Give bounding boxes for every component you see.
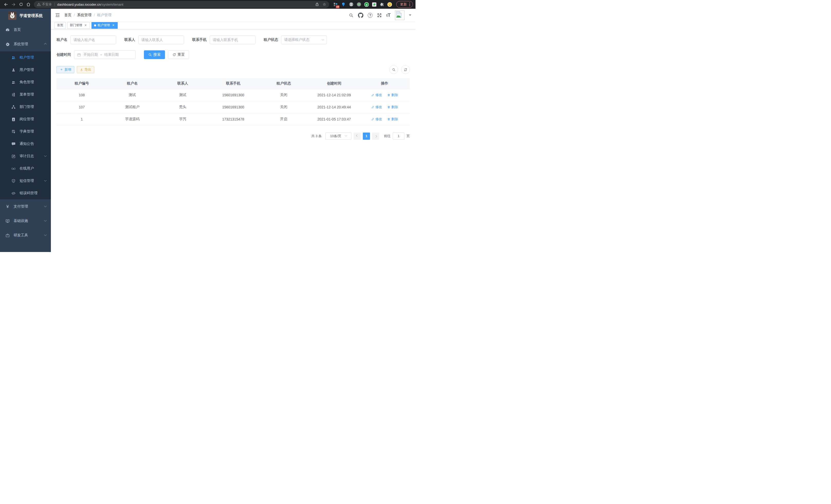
status-select[interactable]: 请选择租户状态	[281, 35, 327, 44]
sidebar-item-departments[interactable]: 部门管理	[0, 101, 51, 113]
extension-chat-icon[interactable]	[372, 2, 377, 7]
sidebar-item-sms[interactable]: 短信管理	[0, 175, 51, 187]
refresh-table-button[interactable]	[401, 65, 410, 74]
col-tenant-id: 租户编号	[57, 78, 107, 89]
sidebar-item-menus[interactable]: 菜单管理	[0, 88, 51, 101]
tag-close-icon[interactable]: ✕	[84, 24, 87, 27]
contact-input[interactable]	[141, 38, 181, 42]
sidebar-item-label: 字典管理	[20, 129, 34, 134]
security-chip[interactable]: 不安全	[37, 2, 52, 7]
sidebar-item-users[interactable]: 用户管理	[0, 64, 51, 76]
browser-reload-icon[interactable]	[18, 1, 24, 8]
tag-home[interactable]: 首页	[55, 22, 66, 29]
search-button[interactable]: 搜索	[144, 50, 165, 59]
sidebar-logo-row[interactable]: 芋道管理系统	[0, 9, 51, 23]
profile-avatar-icon[interactable]	[387, 2, 392, 7]
goto-page-input[interactable]	[393, 132, 404, 140]
extension-tabs-icon[interactable]: 10	[333, 2, 338, 7]
tenant-name-input[interactable]	[74, 38, 113, 42]
cell-created: 2021-12-14 21:02:09	[309, 89, 359, 101]
browser-menu-kebab-icon[interactable]	[409, 3, 410, 6]
chevron-right-icon	[374, 135, 377, 138]
extensions-puzzle-icon[interactable]	[379, 2, 384, 7]
edit-link[interactable]: 修改	[371, 105, 382, 110]
sidebar-item-posts[interactable]: 岗位管理	[0, 113, 51, 125]
sidebar-item-dict[interactable]: 字典管理	[0, 125, 51, 138]
breadcrumb-home[interactable]: 首页	[64, 13, 71, 18]
help-icon[interactable]: ?	[368, 13, 373, 18]
sidebar-item-notice[interactable]: 通知公告	[0, 138, 51, 150]
edit-link[interactable]: 修改	[371, 93, 382, 97]
bookmark-star-icon[interactable]: ☆	[323, 2, 326, 7]
tag-close-icon[interactable]: ✕	[112, 24, 115, 27]
sidebar-item-system[interactable]: 系统管理	[0, 37, 51, 51]
fullscreen-icon[interactable]	[377, 13, 382, 18]
tag-tenant[interactable]: 租户管理 ✕	[91, 22, 118, 29]
download-icon	[80, 68, 83, 71]
cell-tenant-id: 108	[57, 89, 107, 101]
tag-label: 部门管理	[70, 23, 82, 28]
filter-phone: 联系手机	[192, 35, 255, 44]
extension-record-icon[interactable]	[356, 2, 361, 7]
sidebar-item-label: 首页	[13, 28, 21, 32]
infra-monitor-icon	[5, 219, 10, 223]
cell-created: 2021-12-14 20:49:44	[309, 101, 359, 113]
sidebar-item-home[interactable]: 首页	[0, 23, 51, 37]
prev-page-button[interactable]	[353, 132, 361, 140]
sidebar-collapse-icon[interactable]	[51, 12, 64, 18]
delete-link[interactable]: 删除	[387, 117, 398, 121]
sidebar-item-label: 基础设施	[13, 218, 28, 223]
navbar: 首页 / 系统管理 / 租户管理 ? tT	[51, 9, 416, 22]
font-size-icon[interactable]: tT	[386, 12, 391, 18]
browser-update-button[interactable]: 更新	[396, 1, 413, 8]
next-page-button[interactable]	[372, 132, 379, 140]
tag-dept[interactable]: 部门管理 ✕	[67, 22, 90, 29]
browser-home-icon[interactable]	[25, 1, 32, 8]
date-separator: -	[101, 53, 102, 57]
update-label: 更新	[400, 2, 407, 7]
extension-y-icon[interactable]: y	[364, 2, 369, 7]
github-icon[interactable]	[358, 12, 363, 18]
user-avatar[interactable]	[395, 10, 404, 20]
chevron-up-icon	[44, 43, 47, 46]
sidebar-item-tenant[interactable]: 租户管理	[0, 51, 51, 64]
table-tools	[389, 65, 410, 74]
export-button[interactable]: 导出	[77, 66, 94, 73]
date-end-placeholder: 结束日期	[104, 52, 119, 57]
warning-triangle-icon	[37, 3, 40, 6]
sidebar-item-infra[interactable]: 基础设施	[0, 214, 51, 228]
phone-input[interactable]	[213, 38, 252, 42]
header-search-icon[interactable]	[349, 13, 353, 18]
browser-forward-icon[interactable]	[10, 1, 17, 8]
sidebar-item-devtools[interactable]: 研发工具	[0, 228, 51, 242]
date-range-input[interactable]: 开始日期 - 结束日期	[74, 50, 136, 59]
share-icon[interactable]	[315, 2, 319, 6]
edit-pencil-icon	[371, 118, 374, 121]
col-actions: 操作	[360, 78, 410, 89]
sidebar-item-payment[interactable]: ¥ 支付管理	[0, 199, 51, 214]
sidebar-item-label: 支付管理	[13, 204, 28, 209]
page-size-select[interactable]: 10条/页	[325, 132, 351, 140]
url-bar[interactable]: 不安全 dashboard.yudao.iocoder.cn/system/te…	[34, 1, 329, 8]
reset-button[interactable]: 重置	[168, 50, 189, 59]
browser-back-icon[interactable]	[3, 1, 9, 8]
table-row: 1 芋道源码 芋艿 17321315478 开启 2021-01-05 17:0…	[57, 113, 410, 125]
toggle-search-button[interactable]	[389, 65, 398, 74]
sidebar-item-online-users[interactable]: 在线用户	[0, 162, 51, 175]
gear-icon	[5, 42, 10, 47]
add-button[interactable]: ＋ 新增	[57, 66, 74, 73]
trash-icon	[387, 106, 390, 109]
sidebar-item-audit-log[interactable]: 审计日志	[0, 150, 51, 162]
edit-pencil-icon	[371, 93, 374, 97]
breadcrumb-section[interactable]: 系统管理	[77, 13, 91, 18]
delete-link[interactable]: 删除	[387, 105, 398, 110]
trash-icon	[387, 118, 390, 121]
delete-link[interactable]: 删除	[387, 93, 398, 97]
avatar-caret-icon[interactable]	[409, 14, 411, 16]
page-number-1[interactable]: 1	[363, 132, 370, 140]
edit-link[interactable]: 修改	[371, 117, 382, 121]
extension-balloon-icon[interactable]	[341, 2, 346, 7]
extension-command-icon[interactable]	[349, 2, 353, 7]
sidebar-item-error-codes[interactable]: 错误码管理	[0, 187, 51, 199]
sidebar-item-roles[interactable]: 角色管理	[0, 76, 51, 88]
